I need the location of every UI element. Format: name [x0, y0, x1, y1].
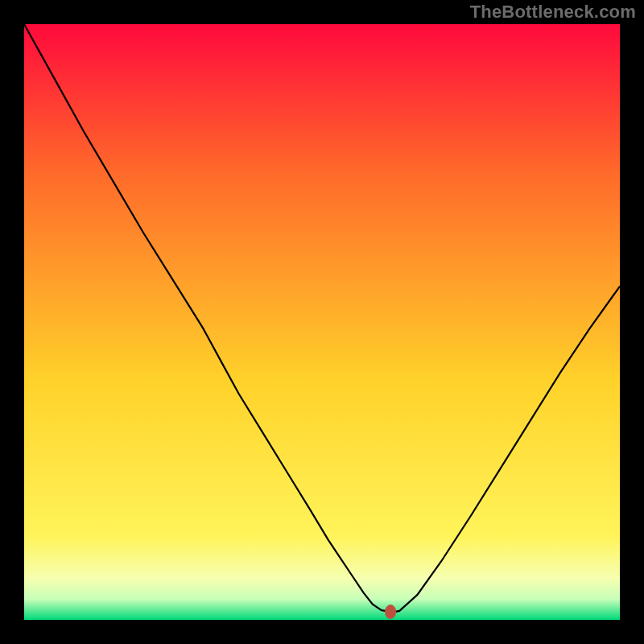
chart-frame: TheBottleneck.com [0, 0, 644, 644]
plot-area [24, 24, 620, 620]
optimal-point-marker [385, 605, 396, 619]
chart-svg [24, 24, 620, 620]
watermark-label: TheBottleneck.com [470, 2, 636, 23]
